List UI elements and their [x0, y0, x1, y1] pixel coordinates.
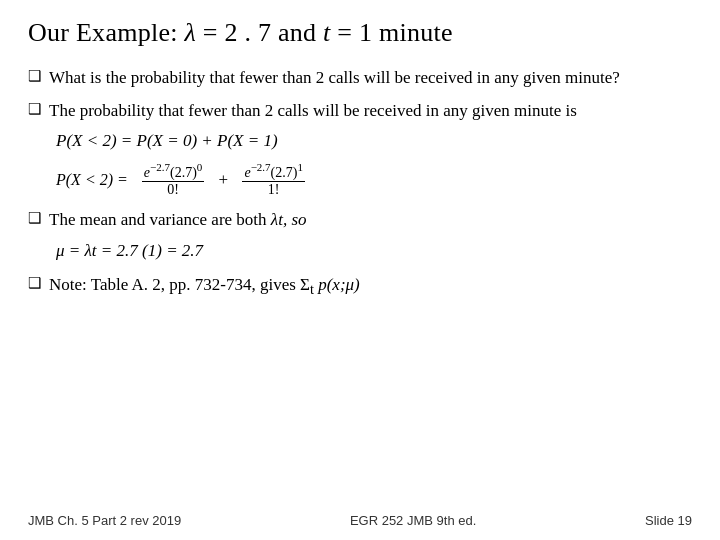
title-and: and: [278, 18, 316, 47]
bullet3-text: The mean and variance are both: [49, 210, 271, 229]
bullet-text-4: Note: Table A. 2, pp. 732-734, gives Σt …: [49, 273, 360, 300]
formula-display: P(X < 2) = e−2.7(2.7)0 0! + e−2.7(2.7)1 …: [56, 161, 692, 198]
bullet-text-2: The probability that fewer than 2 calls …: [49, 99, 577, 124]
footer-right: Slide 19: [645, 513, 692, 528]
bullet-item-4: ❑ Note: Table A. 2, pp. 732-734, gives Σ…: [28, 273, 692, 300]
title-tvar: t: [316, 18, 330, 47]
plus-sign: +: [219, 170, 229, 189]
bullet-icon-1: ❑: [28, 67, 41, 85]
bullet-icon-4: ❑: [28, 274, 41, 292]
bullet-item-3: ❑ The mean and variance are both λt, so: [28, 208, 692, 233]
bullet-text-1: What is the probability that fewer than …: [49, 66, 620, 91]
frac1-numer: e−2.7(2.7)0: [142, 161, 205, 182]
bullet-item-2: ❑ The probability that fewer than 2 call…: [28, 99, 692, 124]
mean-line: μ = λt = 2.7 (1) = 2.7: [56, 241, 692, 261]
frac2-numer: e−2.7(2.7)1: [242, 161, 305, 182]
bullet-item-1: ❑ What is the probability that fewer tha…: [28, 66, 692, 91]
slide-title: Our Example: λ = 2 . 7 and t = 1 minute: [28, 18, 692, 48]
bullet-text-3: The mean and variance are both λt, so: [49, 208, 307, 233]
frac2-denom: 1!: [266, 182, 282, 198]
footer-left: JMB Ch. 5 Part 2 rev 2019: [28, 513, 181, 528]
bullet-icon-3: ❑: [28, 209, 41, 227]
bullet-icon-2: ❑: [28, 100, 41, 118]
title-eq2: = 1 minute: [331, 18, 453, 47]
fraction-1: e−2.7(2.7)0 0!: [142, 161, 205, 198]
formula-block: P(X < 2) = e−2.7(2.7)0 0! + e−2.7(2.7)1 …: [56, 161, 692, 198]
title-eq1: = 2 . 7: [196, 18, 278, 47]
italic-equation: P(X < 2) = P(X = 0) + P(X = 1): [56, 131, 692, 151]
bullet4-main: Note: Table A. 2, pp. 732-734, gives Σ: [49, 275, 310, 294]
note-end: p(x;μ): [314, 275, 360, 294]
lambda-t-so: λt, so: [271, 210, 307, 229]
footer-center: EGR 252 JMB 9th ed.: [350, 513, 476, 528]
formula-rhs: e−2.7(2.7)0 0! + e−2.7(2.7)1 1!: [138, 161, 309, 198]
title-prefix: Our Example:: [28, 18, 184, 47]
frac1-denom: 0!: [165, 182, 181, 198]
formula-lhs: P(X < 2) =: [56, 171, 128, 189]
title-lambda: λ: [184, 18, 196, 47]
fraction-2: e−2.7(2.7)1 1!: [242, 161, 305, 198]
footer: JMB Ch. 5 Part 2 rev 2019 EGR 252 JMB 9t…: [0, 513, 720, 528]
